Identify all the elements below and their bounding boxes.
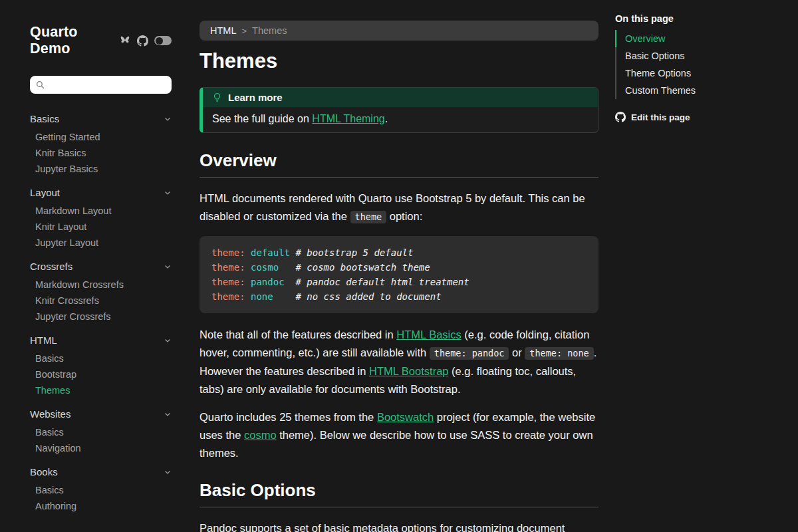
sidebar-item-jupyter-layout[interactable]: Jupyter Layout xyxy=(30,235,172,251)
section-label: HTML xyxy=(30,333,57,348)
breadcrumb-separator: > xyxy=(241,26,247,36)
basic-options-paragraph: Pandoc supports a set of basic metadata … xyxy=(200,519,598,532)
sidebar-section-toggle[interactable]: Crossrefs xyxy=(30,259,172,274)
sidebar-section-layout: Layout Markdown Layout Knitr Layout Jupy… xyxy=(30,186,172,251)
callout-tip: Learn more See the full guide on HTML Th… xyxy=(200,87,598,133)
edit-this-page-label: Edit this page xyxy=(631,112,690,122)
heading-rule xyxy=(200,177,598,178)
inline-code-theme: theme xyxy=(350,211,387,223)
basic-options-heading: Basic Options xyxy=(200,480,598,500)
sidebar-item-bootstrap[interactable]: Bootstrap xyxy=(30,366,172,382)
sidebar-section-toggle[interactable]: Books xyxy=(30,465,172,479)
yaml-comment: # cosmo bootswatch theme xyxy=(295,262,430,273)
sidebar-item-html-basics[interactable]: Basics xyxy=(30,350,172,366)
yaml-value: default xyxy=(251,245,295,260)
chevron-down-icon xyxy=(164,468,172,476)
sidebar-section-toggle[interactable]: Basics xyxy=(30,112,172,126)
butterfly-icon[interactable] xyxy=(119,35,131,46)
bootswatch-link[interactable]: Bootswatch xyxy=(377,411,434,423)
github-icon[interactable] xyxy=(137,35,148,47)
sidebar-section-websites: Websites Basics Navigation xyxy=(30,407,172,456)
section-label: Websites xyxy=(30,407,70,422)
overview-paragraph-1: HTML documents rendered with Quarto use … xyxy=(200,190,598,226)
yaml-comment: # bootstrap 5 default xyxy=(295,247,413,258)
breadcrumb-themes: Themes xyxy=(252,25,287,36)
sidebar-item-knitr-layout[interactable]: Knitr Layout xyxy=(30,219,172,235)
yaml-key: theme: xyxy=(211,275,251,289)
toc-list: Overview Basic Options Theme Options Cus… xyxy=(615,30,798,99)
callout-header: Learn more xyxy=(203,88,598,107)
edit-this-page-link[interactable]: Edit this page xyxy=(615,112,798,122)
toc-item-basic-options[interactable]: Basic Options xyxy=(615,47,798,65)
section-label: Crossrefs xyxy=(30,259,72,274)
inline-code-theme-pandoc: theme: pandoc xyxy=(430,347,509,360)
yaml-value: none xyxy=(251,289,295,304)
text-run: option: xyxy=(386,210,422,222)
sidebar-item-websites-basics[interactable]: Basics xyxy=(30,424,172,440)
toc-item-custom-themes[interactable]: Custom Themes xyxy=(615,82,798,99)
sidebar-item-books-basics[interactable]: Basics xyxy=(30,482,172,498)
yaml-key: theme: xyxy=(211,289,251,304)
cosmo-link[interactable]: cosmo xyxy=(244,429,277,441)
overview-paragraph-3: Quarto includes 25 themes from the Boots… xyxy=(200,408,598,462)
callout-period: . xyxy=(385,113,388,124)
section-label: Books xyxy=(30,465,58,479)
sidebar-item-jupyter-crossrefs[interactable]: Jupyter Crossrefs xyxy=(30,309,172,325)
page-title: Themes xyxy=(200,50,598,72)
site-title: Quarto Demo xyxy=(30,24,113,57)
sidebar-item-authoring[interactable]: Authoring xyxy=(30,498,172,514)
html-theming-link[interactable]: HTML Theming xyxy=(312,113,384,124)
toc-title: On this page xyxy=(615,12,798,25)
sidebar-item-knitr-crossrefs[interactable]: Knitr Crossrefs xyxy=(30,293,172,309)
html-basics-link[interactable]: HTML Basics xyxy=(396,329,462,340)
callout-title: Learn more xyxy=(228,92,283,103)
sidebar-section-toggle[interactable]: HTML xyxy=(30,333,172,348)
callout-body: See the full guide on HTML Theming. xyxy=(203,107,598,132)
toc-item-theme-options[interactable]: Theme Options xyxy=(615,65,798,82)
sidebar-section-toggle[interactable]: Websites xyxy=(30,407,172,422)
sidebar-item-getting-started[interactable]: Getting Started xyxy=(30,129,172,145)
overview-heading: Overview xyxy=(200,150,598,170)
code-line: theme:pandoc# pandoc default html treatm… xyxy=(211,275,587,289)
html-bootstrap-link[interactable]: HTML Bootstrap xyxy=(369,365,449,377)
search-icon xyxy=(36,80,45,92)
search-box xyxy=(30,76,172,94)
page: Quarto Demo Basics xyxy=(0,0,798,532)
sidebar-item-navigation[interactable]: Navigation xyxy=(30,440,172,456)
code-line: theme:none# no css added to document xyxy=(211,289,587,304)
section-label: Layout xyxy=(30,186,60,200)
text-run: Quarto includes 25 themes from the xyxy=(200,411,377,423)
sidebar-item-themes-active[interactable]: Themes xyxy=(30,382,172,398)
chevron-down-icon xyxy=(164,115,172,123)
sidebar-section-books: Books Basics Authoring xyxy=(30,465,172,514)
sidebar-section-html: HTML Basics Bootstrap Themes xyxy=(30,333,172,398)
sidebar-nav: Basics Getting Started Knitr Basics Jupy… xyxy=(30,112,172,514)
sidebar-item-jupyter-basics[interactable]: Jupyter Basics xyxy=(30,161,172,177)
breadcrumb-html[interactable]: HTML xyxy=(210,25,236,36)
sidebar-section-crossrefs: Crossrefs Markdown Crossrefs Knitr Cross… xyxy=(30,259,172,325)
heading-rule xyxy=(200,507,598,507)
yaml-code-block: theme:default# bootstrap 5 default theme… xyxy=(200,236,598,313)
toc-item-overview[interactable]: Overview xyxy=(615,30,798,47)
yaml-key: theme: xyxy=(211,245,251,260)
main-content: HTML > Themes Themes Learn more See the … xyxy=(188,0,598,532)
yaml-value: pandoc xyxy=(251,275,295,289)
code-line: theme:default# bootstrap 5 default xyxy=(211,245,587,260)
github-icon xyxy=(615,112,626,122)
sidebar-item-markdown-crossrefs[interactable]: Markdown Crossrefs xyxy=(30,277,172,293)
sidebar-section-basics: Basics Getting Started Knitr Basics Jupy… xyxy=(30,112,172,177)
callout-text: See the full guide on xyxy=(212,113,312,124)
yaml-comment: # no css added to document xyxy=(295,291,441,302)
sidebar-section-toggle[interactable]: Layout xyxy=(30,186,172,200)
lightbulb-icon xyxy=(212,92,222,102)
section-label: Basics xyxy=(30,112,59,126)
chevron-down-icon xyxy=(164,189,172,197)
sidebar: Quarto Demo Basics xyxy=(0,0,188,532)
yaml-key: theme: xyxy=(211,260,251,275)
chevron-down-icon xyxy=(164,263,172,271)
sidebar-item-knitr-basics[interactable]: Knitr Basics xyxy=(30,145,172,161)
text-run: Note that all of the features described … xyxy=(200,329,396,340)
theme-toggle-icon[interactable] xyxy=(154,36,172,45)
sidebar-item-markdown-layout[interactable]: Markdown Layout xyxy=(30,203,172,219)
search-input[interactable] xyxy=(30,76,172,94)
